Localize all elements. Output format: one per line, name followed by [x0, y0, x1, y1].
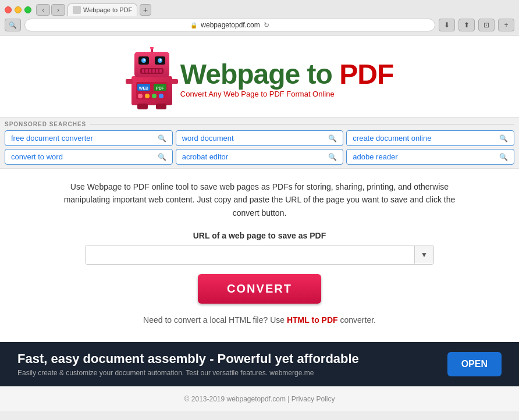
new-window-button[interactable]: ⊡: [478, 19, 495, 31]
close-button[interactable]: [5, 6, 12, 13]
ad-subtitle: Easily create & customize your document …: [17, 369, 359, 377]
pill-text: acrobat editor: [182, 152, 229, 161]
svg-rect-26: [149, 69, 151, 73]
robot-image: WEB PDF: [126, 47, 178, 111]
svg-point-7: [138, 94, 143, 98]
svg-text:PDF: PDF: [156, 86, 165, 90]
svg-rect-25: [145, 69, 148, 73]
search-icon: 🔍: [328, 153, 337, 161]
address-bar[interactable]: 🔒 webpagetopdf.com ↻: [24, 19, 435, 31]
description-text: Use Webpage to PDF online tool to save w…: [56, 180, 463, 219]
privacy-policy-link[interactable]: Privacy Policy: [292, 395, 335, 403]
svg-rect-24: [142, 69, 144, 73]
svg-point-10: [159, 94, 163, 98]
main-content: Use Webpage to PDF online tool to save w…: [21, 169, 498, 336]
pill-word-doc[interactable]: word document 🔍: [176, 130, 344, 146]
svg-point-21: [143, 59, 145, 61]
convert-button[interactable]: CONVERT: [198, 274, 321, 304]
pill-convert-word[interactable]: convert to word 🔍: [5, 149, 173, 165]
sponsored-section: SPONSORED SEARCHES free document convert…: [0, 117, 519, 169]
traffic-lights: [5, 6, 31, 13]
svg-rect-29: [159, 69, 162, 73]
svg-point-9: [152, 94, 157, 98]
url-text: webpagetopdf.com: [201, 21, 260, 29]
site-title: Webpage to PDF: [180, 60, 393, 88]
url-input-wrapper: ▼: [85, 245, 434, 265]
tab-favicon: [73, 6, 81, 14]
tab-bar: ‹ › Webpage to PDF +: [5, 3, 514, 16]
site-subtitle: Convert Any Web Page to PDF Format Onlin…: [180, 90, 335, 98]
forward-button[interactable]: ›: [51, 4, 65, 16]
search-icon[interactable]: 🔍: [5, 19, 21, 31]
svg-rect-27: [152, 69, 155, 73]
ad-banner: Fast, easy document assembly - Powerful …: [0, 342, 519, 386]
new-tab-button[interactable]: +: [140, 4, 151, 16]
svg-rect-14: [156, 104, 166, 109]
site-header: WEB PDF: [0, 35, 519, 117]
url-dropdown-button[interactable]: ▼: [414, 246, 433, 264]
lock-icon: 🔒: [190, 22, 197, 29]
ad-text-block: Fast, easy document assembly - Powerful …: [17, 351, 359, 377]
pill-text: create document online: [353, 134, 431, 143]
address-bar-row: 🔍 🔒 webpagetopdf.com ↻ ⬇ ⬆ ⊡ +: [5, 19, 514, 31]
tab-label: Webpage to PDF: [83, 6, 132, 13]
search-icon: 🔍: [158, 153, 166, 161]
pdf-text: PDF: [339, 59, 393, 90]
site-footer: © 2013-2019 webpagetopdf.com | Privacy P…: [0, 386, 519, 411]
ad-title: Fast, easy document assembly - Powerful …: [17, 351, 359, 366]
svg-rect-13: [137, 104, 148, 109]
svg-point-22: [159, 59, 161, 61]
url-input[interactable]: [86, 245, 414, 264]
back-button[interactable]: ‹: [36, 4, 50, 16]
svg-point-31: [150, 47, 154, 49]
search-pills: free document converter 🔍 word document …: [5, 130, 514, 165]
more-button[interactable]: +: [498, 19, 514, 31]
downloads-button[interactable]: ⬇: [439, 19, 455, 31]
search-icon: 🔍: [499, 153, 508, 161]
browser-tab[interactable]: Webpage to PDF: [67, 3, 137, 16]
search-icon: 🔍: [328, 134, 337, 143]
minimize-button[interactable]: [15, 6, 22, 13]
maximize-button[interactable]: [24, 6, 31, 13]
svg-rect-12: [171, 79, 178, 84]
html-to-pdf-link[interactable]: HTML to PDF: [287, 315, 338, 325]
site-title-block: Webpage to PDF Convert Any Web Page to P…: [180, 60, 393, 98]
pill-adobe[interactable]: adobe reader 🔍: [346, 149, 514, 165]
search-icon: 🔍: [499, 134, 508, 143]
sponsored-label: SPONSORED SEARCHES: [5, 121, 514, 127]
local-html-text: Need to convert a local HTML file? Use H…: [44, 315, 475, 325]
svg-point-8: [145, 94, 150, 98]
local-html-suffix: converter.: [338, 315, 376, 325]
page-content: WEB PDF: [0, 35, 519, 411]
share-button[interactable]: ⬆: [458, 19, 475, 31]
url-label: URL of a web page to save as PDF: [44, 231, 475, 240]
ad-open-button[interactable]: OPEN: [447, 352, 502, 376]
pill-text: adobe reader: [353, 152, 397, 161]
convert-btn-wrapper: CONVERT: [44, 274, 475, 304]
browser-chrome: ‹ › Webpage to PDF + 🔍 🔒 webpagetopdf.co…: [0, 0, 519, 35]
search-icon: 🔍: [158, 134, 166, 143]
pill-acrobat[interactable]: acrobat editor 🔍: [176, 149, 344, 165]
refresh-icon[interactable]: ↻: [264, 21, 269, 29]
nav-buttons: ‹ ›: [36, 4, 65, 16]
svg-text:WEB: WEB: [139, 86, 148, 90]
svg-rect-11: [126, 79, 133, 84]
pill-text: convert to word: [11, 152, 63, 161]
footer-copyright: © 2013-2019 webpagetopdf.com |: [184, 395, 292, 403]
pill-create-doc[interactable]: create document online 🔍: [346, 130, 514, 146]
local-html-prefix: Need to convert a local HTML file? Use: [143, 315, 287, 325]
site-title-text: Webpage to PDF: [180, 59, 393, 90]
svg-rect-28: [156, 69, 158, 73]
pill-text: free document converter: [11, 134, 93, 143]
pill-text: word document: [182, 134, 234, 143]
pill-free-doc[interactable]: free document converter 🔍: [5, 130, 173, 146]
